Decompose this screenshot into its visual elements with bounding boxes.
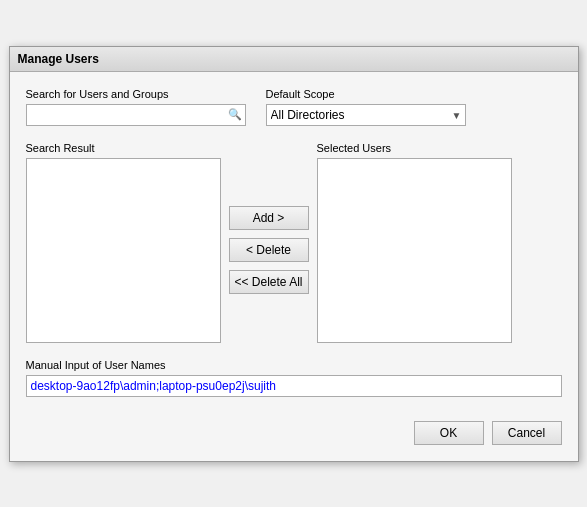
manage-users-dialog: Manage Users Search for Users and Groups…	[9, 46, 579, 462]
manual-input-field[interactable]	[26, 375, 562, 397]
search-input[interactable]	[26, 104, 246, 126]
search-result-label: Search Result	[26, 142, 221, 154]
delete-button[interactable]: < Delete	[229, 238, 309, 262]
delete-all-button[interactable]: << Delete All	[229, 270, 309, 294]
add-button[interactable]: Add >	[229, 206, 309, 230]
ok-button[interactable]: OK	[414, 421, 484, 445]
scope-label: Default Scope	[266, 88, 466, 100]
title-text: Manage Users	[18, 52, 99, 66]
scope-select[interactable]: All Directories Local Directory Active D…	[266, 104, 466, 126]
search-icon: 🔍	[228, 108, 242, 121]
dialog-title: Manage Users	[10, 47, 578, 72]
search-label: Search for Users and Groups	[26, 88, 246, 100]
search-result-list[interactable]	[26, 158, 221, 343]
cancel-button[interactable]: Cancel	[492, 421, 562, 445]
manual-input-label: Manual Input of User Names	[26, 359, 562, 371]
selected-users-list[interactable]	[317, 158, 512, 343]
selected-users-label: Selected Users	[317, 142, 562, 154]
